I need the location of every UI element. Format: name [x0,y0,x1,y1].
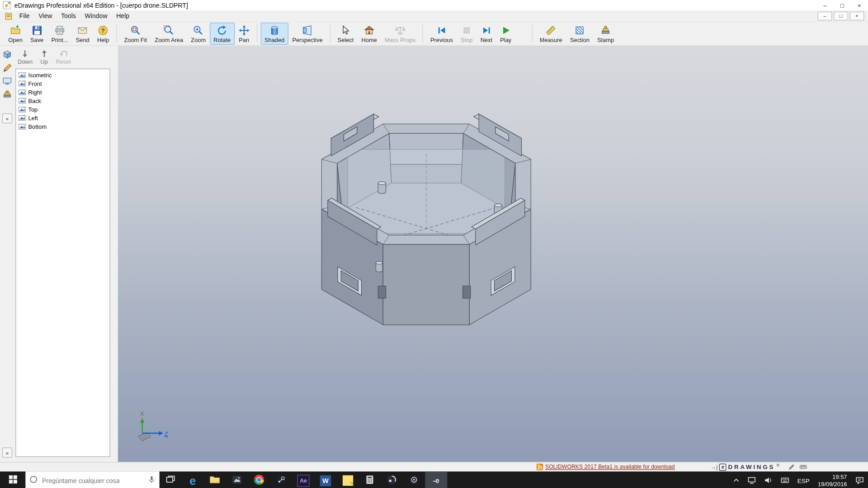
print-icon [54,24,65,37]
maximize-button[interactable]: □ [834,0,851,10]
tray-expand-button[interactable] [729,471,744,488]
tray-touch-keyboard[interactable] [777,471,793,488]
taskbar-app-steam[interactable] [270,471,292,488]
save-button[interactable]: Save [26,23,47,45]
view-item-right[interactable]: Right [16,88,110,97]
view-item-bottom[interactable]: Bottom [16,122,110,131]
language-indicator[interactable]: ESP [793,471,813,488]
taskbar-app-photos[interactable] [226,471,248,488]
cortana-search-box[interactable] [25,471,159,488]
zoom-fit-button[interactable]: Zoom Fit [120,23,151,45]
doc-minimize-button[interactable]: – [818,12,832,21]
play-button[interactable]: Play [496,23,515,45]
up-button[interactable]: Up [40,49,49,65]
taskbar-app-chrome[interactable] [248,471,270,488]
zoom-area-button[interactable]: Zoom Area [151,23,187,45]
view-item-back[interactable]: Back [16,97,110,105]
open-button[interactable]: Open [5,23,27,45]
save-label: Save [30,37,43,43]
menu-bar: File View Tools Window Help – □ × [0,10,868,22]
view-label: Front [28,80,42,87]
menu-file[interactable]: File [15,12,34,21]
view-icon [18,80,26,87]
taskbar-app-sticky-notes[interactable] [336,471,359,488]
perspective-button[interactable]: Perspective [288,23,326,45]
taskbar-app-calculator[interactable] [359,471,381,488]
menu-tools-label: Tools [61,13,76,19]
taskbar-app-obs[interactable] [381,471,403,488]
action-center-button[interactable] [851,471,868,488]
previous-button[interactable]: Previous [426,23,457,45]
section-button[interactable]: Section [566,23,593,45]
menu-help[interactable]: Help [112,12,134,21]
next-button[interactable]: Next [476,23,496,45]
taskbar-clock[interactable]: 19:57 19/09/2016 [813,474,851,488]
task-view-button[interactable] [160,471,182,488]
rss-icon [537,464,543,471]
start-button[interactable] [0,471,25,488]
menu-view[interactable]: View [34,12,57,21]
down-button[interactable]: Down [18,49,33,65]
help-label: Help [97,37,109,43]
taskbar-app-edrawings[interactable]: -e [425,471,447,488]
menu-help-label: Help [116,13,129,19]
triad-z-label: Z [165,431,168,437]
statusbar-measure-icon[interactable] [799,464,807,471]
taskbar-app-after-effects[interactable]: Ae [292,471,315,488]
toolbar-separator [532,25,533,42]
viewport[interactable]: X Z [118,46,868,462]
chrome-icon [254,474,264,487]
statusbar-pencil-icon[interactable] [788,464,795,471]
view-item-left[interactable]: Left [16,114,110,122]
search-input[interactable] [41,477,145,484]
doc-restore-button[interactable]: □ [834,12,848,21]
sidebar-tab-markup[interactable] [2,63,12,73]
collapse-panel-button[interactable]: « [2,113,12,123]
view-item-isometric[interactable]: Isometric [16,71,110,80]
print-button[interactable]: Print... [47,23,72,45]
view-item-top[interactable]: Top [16,105,110,114]
model-3d[interactable]: X Z [118,46,868,462]
taskbar-app-explorer[interactable] [204,471,226,488]
document-window-controls: – □ × [818,12,868,21]
help-icon: ? [98,24,108,37]
close-button[interactable]: × [851,0,868,10]
next-icon [481,24,492,37]
collapse-panel-button-bottom[interactable]: « [2,448,12,458]
zoom-fit-icon [130,24,141,37]
sidebar-tab-components[interactable] [2,50,12,60]
stamp-button[interactable]: Stamp [593,23,618,45]
view-item-front[interactable]: Front [16,80,110,88]
system-tray: ESP 19:57 19/09/2016 [729,471,868,488]
help-button[interactable]: ? Help [93,23,113,45]
sidebar-tab-3dviews[interactable] [2,76,12,86]
zoom-label: Zoom [191,37,206,43]
brand-registered-mark: ® [777,464,779,468]
sidebar-tab-stamps[interactable] [2,89,12,99]
tray-volume[interactable] [760,471,777,488]
send-label: Send [76,37,90,43]
rotate-button[interactable]: Rotate [210,23,235,45]
taskbar-app-edge[interactable]: e [182,471,204,488]
measure-button[interactable]: Measure [536,23,566,45]
minimize-button[interactable]: – [816,0,834,10]
pan-button[interactable]: Pan [235,23,254,45]
stamp-label: Stamp [597,37,614,43]
view-label: Right [28,89,42,96]
news-link[interactable]: SOLIDWORKS 2017 Beta1 is available for d… [545,464,675,469]
select-button[interactable]: Select [334,23,358,45]
zoom-button[interactable]: Zoom [187,23,210,45]
toolbar-separator [116,25,117,42]
taskbar-app-recorder[interactable] [403,471,425,488]
home-button[interactable]: Home [358,23,381,45]
menu-window-label: Window [85,13,107,19]
taskbar-app-word[interactable]: W [315,471,337,488]
menu-window[interactable]: Window [80,12,112,21]
doc-close-button[interactable]: × [850,12,864,21]
menu-tools[interactable]: Tools [57,12,80,21]
shaded-button[interactable]: Shaded [260,23,288,45]
send-button[interactable]: Send [72,23,93,45]
microphone-icon[interactable] [148,475,156,486]
home-icon [363,24,374,37]
tray-network[interactable] [744,471,760,488]
